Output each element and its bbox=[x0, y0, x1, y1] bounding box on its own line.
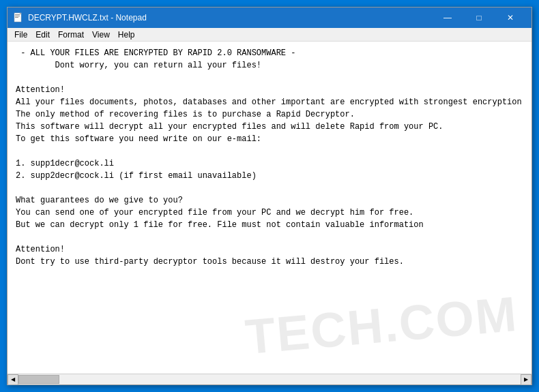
text-area[interactable]: - ALL YOUR FILES ARE ENCRYPTED BY RAPID … bbox=[8, 42, 531, 374]
menu-format[interactable]: Format bbox=[54, 29, 88, 41]
title-bar: DECRYPT.HWCLZ.txt - Notepad — □ ✕ bbox=[8, 7, 531, 28]
window-controls: — □ ✕ bbox=[432, 7, 526, 28]
scrollbar-track[interactable] bbox=[18, 374, 521, 385]
window-title: DECRYPT.HWCLZ.txt - Notepad bbox=[28, 13, 432, 22]
scroll-right-button[interactable]: ▶ bbox=[521, 374, 531, 385]
menu-edit[interactable]: Edit bbox=[31, 29, 54, 41]
menu-help[interactable]: Help bbox=[114, 29, 139, 41]
svg-rect-3 bbox=[15, 17, 18, 18]
minimize-button[interactable]: — bbox=[432, 7, 463, 28]
app-icon bbox=[13, 12, 24, 23]
scroll-left-button[interactable]: ◀ bbox=[8, 374, 18, 385]
menu-file[interactable]: File bbox=[10, 29, 31, 41]
svg-rect-2 bbox=[15, 16, 20, 16]
close-button[interactable]: ✕ bbox=[495, 7, 526, 28]
svg-rect-1 bbox=[15, 14, 20, 15]
maximize-button[interactable]: □ bbox=[463, 7, 495, 28]
horizontal-scrollbar[interactable]: ◀ ▶ bbox=[8, 374, 531, 385]
notepad-window: DECRYPT.HWCLZ.txt - Notepad — □ ✕ File E… bbox=[7, 7, 532, 385]
menu-view[interactable]: View bbox=[88, 29, 114, 41]
document-content: - ALL YOUR FILES ARE ENCRYPTED BY RAPID … bbox=[16, 47, 523, 368]
menu-bar: File Edit Format View Help bbox=[8, 28, 531, 42]
scrollbar-thumb[interactable] bbox=[18, 375, 59, 384]
